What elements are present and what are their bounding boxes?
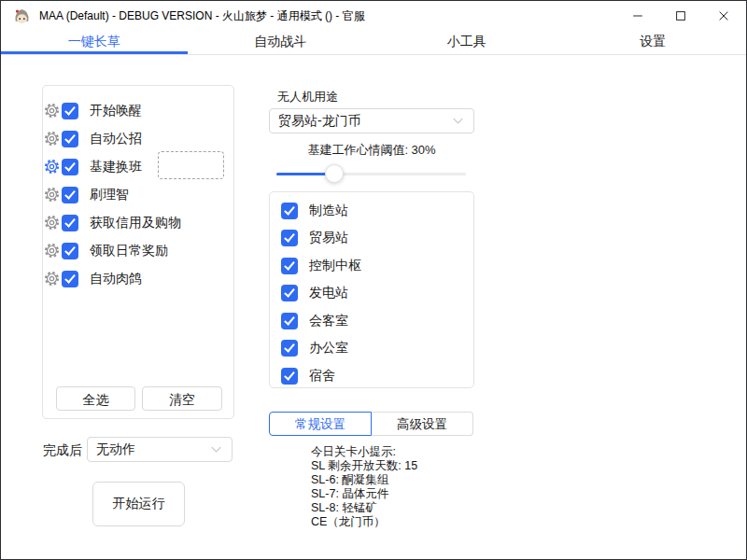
task-row: 开始唤醒: [62, 103, 142, 119]
task-row: 基建换班: [62, 159, 142, 175]
task-checkbox[interactable]: [62, 271, 78, 287]
task-checkbox[interactable]: [62, 159, 78, 175]
close-icon: [717, 9, 730, 22]
chevron-down-icon: [451, 114, 465, 128]
task-row: 自动肉鸽: [62, 271, 142, 287]
facility-row: 会客室: [281, 313, 348, 329]
task-label: 自动肉鸽: [90, 271, 142, 287]
facility-checkbox[interactable]: [281, 313, 298, 329]
facility-label: 办公室: [309, 340, 348, 357]
gear-icon: [43, 130, 61, 147]
task-checkbox[interactable]: [62, 215, 78, 231]
facility-checkbox[interactable]: [281, 368, 298, 385]
window-title: MAA (Default) - DEBUG VERSION - 火山旅梦 - 通…: [39, 8, 365, 24]
facility-row: 发电站: [281, 285, 348, 301]
gear-icon: [43, 270, 61, 287]
facility-row: 控制中枢: [281, 258, 361, 274]
start-run-button[interactable]: 开始运行: [92, 482, 185, 526]
after-completion-label: 完成后: [43, 442, 82, 459]
tab-farming[interactable]: 一键长草: [1, 31, 188, 54]
facility-label: 会客室: [309, 313, 348, 329]
task-settings-button[interactable]: [43, 130, 61, 147]
gear-icon: [43, 186, 61, 203]
tip-line: CE（龙门币）: [311, 515, 417, 529]
tip-line: SL-7: 晶体元件: [311, 487, 417, 501]
task-label: 刷理智: [90, 187, 129, 203]
task-checkbox[interactable]: [62, 103, 78, 119]
task-settings-button[interactable]: [43, 102, 61, 119]
gear-icon: [43, 214, 61, 231]
gear-icon: [43, 102, 61, 119]
mood-slider-thumb[interactable]: [325, 164, 344, 183]
advanced-settings-tab[interactable]: 高级设置: [372, 412, 473, 436]
tip-line: SL 剩余开放天数: 15: [311, 459, 417, 473]
facility-checkbox[interactable]: [281, 340, 298, 357]
task-panel: 开始唤醒 自动公招 基建换班 刷理智 获取信用及购物 领取日常奖励 自动肉鸽: [42, 85, 234, 419]
minimize-icon: [631, 9, 644, 22]
facility-label: 宿舍: [309, 368, 335, 385]
task-row: 自动公招: [62, 131, 142, 147]
gear-icon: [43, 158, 61, 175]
select-all-button[interactable]: 全选: [56, 386, 135, 411]
minimize-button[interactable]: [616, 2, 659, 30]
task-label: 开始唤醒: [90, 103, 142, 119]
mood-threshold-label: 基建工作心情阈值: 30%: [269, 142, 474, 159]
maximize-button[interactable]: [659, 2, 702, 30]
facility-checkbox[interactable]: [281, 203, 298, 219]
facility-checkbox[interactable]: [281, 230, 298, 246]
drone-usage-label: 无人机用途: [277, 89, 338, 105]
facility-label: 制造站: [309, 203, 348, 219]
tab-settings[interactable]: 设置: [560, 31, 747, 54]
clear-button[interactable]: 清空: [142, 386, 222, 411]
tip-line: SL-6: 酮凝集组: [311, 473, 417, 487]
task-label: 获取信用及购物: [90, 215, 181, 231]
general-settings-tab[interactable]: 常规设置: [269, 412, 372, 436]
task-row: 刷理智: [62, 187, 129, 203]
facility-row: 贸易站: [281, 230, 348, 246]
task-settings-button[interactable]: [43, 158, 61, 175]
maximize-icon: [674, 9, 687, 22]
task-label: 基建换班: [90, 159, 142, 175]
task-checkbox[interactable]: [62, 187, 78, 203]
facility-label: 贸易站: [309, 230, 348, 246]
tip-line: 今日关卡小提示:: [311, 445, 417, 459]
drone-usage-dropdown[interactable]: 贸易站-龙门币: [269, 108, 474, 133]
drone-usage-value: 贸易站-龙门币: [278, 113, 361, 130]
task-settings-button[interactable]: [43, 242, 61, 259]
gear-icon: [43, 242, 61, 259]
facility-checkbox[interactable]: [281, 258, 298, 274]
maa-window: MAA (Default) - DEBUG VERSION - 火山旅梦 - 通…: [0, 0, 747, 560]
task-row: 领取日常奖励: [62, 243, 168, 259]
after-completion-value: 无动作: [96, 441, 135, 458]
facility-label: 控制中枢: [309, 258, 361, 274]
facility-panel: 制造站 贸易站 控制中枢 发电站 会客室 办公室 宿舍: [269, 191, 474, 388]
after-completion-dropdown[interactable]: 无动作: [87, 437, 233, 462]
task-checkbox[interactable]: [62, 131, 78, 147]
chevron-down-icon: [209, 442, 223, 456]
facility-row: 宿舍: [281, 368, 335, 385]
task-settings-button[interactable]: [43, 214, 61, 231]
close-button[interactable]: [702, 2, 745, 30]
facility-label: 发电站: [309, 285, 348, 301]
main-tabbar: 一键长草 自动战斗 小工具 设置: [1, 31, 746, 55]
stage-tips: 今日关卡小提示: SL 剩余开放天数: 15 SL-6: 酮凝集组 SL-7: …: [311, 445, 417, 529]
task-label: 自动公招: [90, 131, 142, 147]
focus-outline: [158, 151, 224, 179]
task-settings-button[interactable]: [43, 270, 61, 287]
task-label: 领取日常奖励: [90, 243, 168, 259]
tab-toolbox[interactable]: 小工具: [374, 31, 560, 54]
task-settings-button[interactable]: [43, 186, 61, 203]
task-checkbox[interactable]: [62, 243, 78, 259]
app-icon: [13, 7, 31, 25]
tip-line: SL-8: 轻锰矿: [311, 501, 417, 515]
facility-checkbox[interactable]: [281, 285, 298, 301]
tab-copilot[interactable]: 自动战斗: [188, 31, 374, 54]
facility-row: 办公室: [281, 340, 348, 357]
task-row: 获取信用及购物: [62, 215, 181, 231]
facility-row: 制造站: [281, 203, 348, 219]
